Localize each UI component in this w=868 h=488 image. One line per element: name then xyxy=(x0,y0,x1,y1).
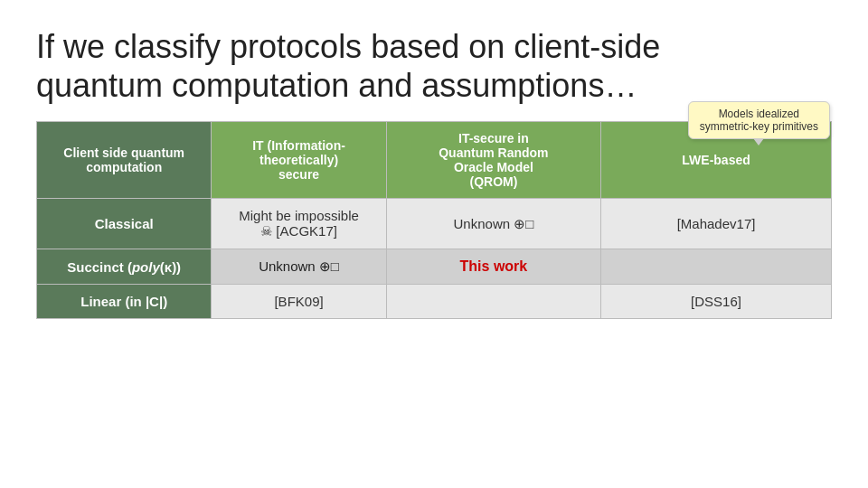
header-col-client: Client side quantumcomputation xyxy=(37,122,212,199)
cell-linear-lwe: [DSS16] xyxy=(601,285,832,319)
cell-succinct-it: Unknown ⊕□ xyxy=(212,249,386,285)
this-work-text: This work xyxy=(460,258,528,274)
linear-lwe-text: [DSS16] xyxy=(691,294,741,309)
title-line1: If we classify protocols based on client… xyxy=(36,28,660,65)
header-lwe-label: LWE-based xyxy=(682,153,750,167)
slide-title: If we classify protocols based on client… xyxy=(36,27,832,105)
cell-classical-label: Classical xyxy=(37,199,212,249)
succinct-it-text: Unknown ⊕□ xyxy=(259,258,339,274)
linear-it-text: [BFK09] xyxy=(274,294,323,309)
header-client-label: Client side quantumcomputation xyxy=(63,145,184,174)
header-qrom-label: IT-secure inQuantum RandomOracle Model(Q… xyxy=(439,131,548,189)
classical-lwe-text: [Mahadev17] xyxy=(677,216,756,231)
cell-succinct-qrom: This work xyxy=(386,249,600,285)
main-table: Client side quantumcomputation IT (Infor… xyxy=(36,121,832,319)
classical-label: Classical xyxy=(95,216,154,231)
table-row-classical: Classical Might be impossible☠ [ACGK17] … xyxy=(37,199,832,249)
succinct-label: Succinct (poly(κ)) xyxy=(67,259,181,275)
slide: If we classify protocols based on client… xyxy=(0,0,868,488)
cell-linear-label: Linear (in |C|) xyxy=(37,285,212,319)
cell-succinct-lwe xyxy=(601,249,832,285)
header-col-it: IT (Information-theoretically)secure xyxy=(212,122,386,199)
cell-classical-lwe: [Mahadev17] xyxy=(601,199,832,249)
header-col-qrom: IT-secure inQuantum RandomOracle Model(Q… xyxy=(386,122,600,199)
cell-linear-qrom xyxy=(386,285,600,319)
header-it-label: IT (Information-theoretically)secure xyxy=(252,138,345,182)
linear-label: Linear (in |C|) xyxy=(80,294,167,309)
cell-classical-qrom: Unknown ⊕□ xyxy=(386,199,600,249)
tooltip-bubble: Models idealized symmetric-key primitive… xyxy=(688,101,830,139)
table-row-linear: Linear (in |C|) [BFK09] [DSS16] xyxy=(37,285,832,319)
cell-succinct-label: Succinct (poly(κ)) xyxy=(37,249,212,285)
cell-linear-it: [BFK09] xyxy=(212,285,386,319)
table-row-succinct: Succinct (poly(κ)) Unknown ⊕□ This work xyxy=(37,249,832,285)
classical-it-text: Might be impossible☠ [ACGK17] xyxy=(239,208,359,239)
tooltip-line2: symmetric-key primitives xyxy=(700,120,818,133)
tooltip-line1: Models idealized xyxy=(719,108,799,120)
title-line2: quantum computation and assumptions… xyxy=(36,67,637,104)
cell-classical-it: Might be impossible☠ [ACGK17] xyxy=(212,199,386,249)
classical-qrom-text: Unknown ⊕□ xyxy=(454,216,534,231)
